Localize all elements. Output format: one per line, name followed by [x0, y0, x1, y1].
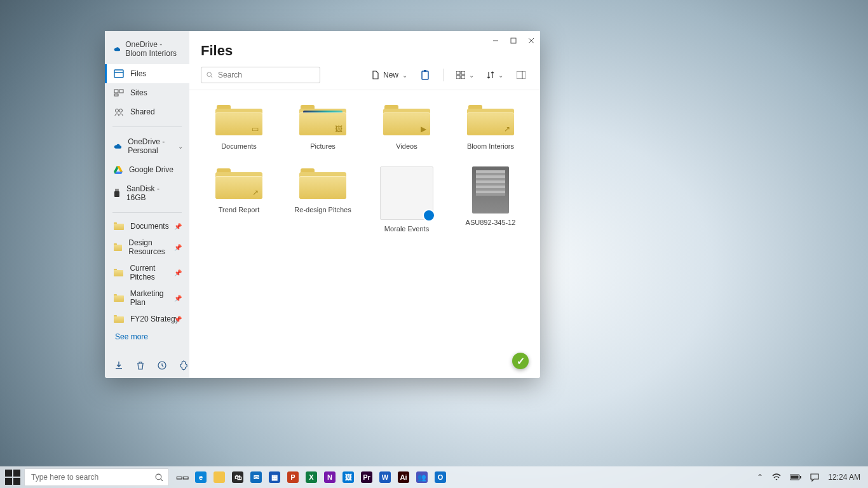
desktop: OneDrive - Bloom Interiors Files Sites S… — [0, 0, 868, 488]
pinned-folder-label: FY20 Strategy — [130, 315, 179, 323]
premiere-icon: Pr — [361, 471, 372, 483]
taskbar-app-illustrator[interactable]: Ai — [395, 469, 412, 485]
sidebar-item-files[interactable]: Files — [105, 64, 189, 83]
start-button[interactable] — [4, 468, 22, 486]
edge-icon: e — [195, 471, 207, 483]
file-tile[interactable]: ASU892-345-12 — [452, 166, 529, 233]
paste-button[interactable] — [417, 67, 433, 83]
sidebar-item-label: Shared — [130, 107, 155, 116]
close-button[interactable] — [522, 31, 540, 50]
sync-badge-icon — [423, 209, 435, 222]
details-pane-button[interactable] — [513, 67, 529, 83]
taskbar-app-powerpoint[interactable]: P — [285, 469, 301, 485]
sidebar-item-shared[interactable]: Shared — [105, 102, 189, 121]
svg-rect-23 — [461, 71, 465, 74]
mail-icon: ✉ — [250, 471, 262, 483]
taskbar-app-photos[interactable]: 🖼 — [340, 469, 356, 485]
tile-label: Trend Report — [219, 206, 259, 214]
pinned-folder-label: Documents — [130, 222, 169, 231]
taskbar-app-explorer[interactable] — [211, 469, 227, 485]
pinned-folder-documents[interactable]: Documents 📌 — [105, 218, 189, 234]
taskbar-app-calendar[interactable]: ▦ — [266, 469, 283, 485]
folder-icon: 🖼 — [299, 105, 346, 135]
account-sandisk-usb[interactable]: SanDisk - 16GB — [105, 179, 189, 207]
pin-icon: 📌 — [174, 269, 182, 276]
onenote-icon: N — [324, 471, 336, 483]
tile-label: Documents — [221, 142, 257, 150]
taskbar-app-excel[interactable]: X — [303, 469, 320, 485]
sidebar-header[interactable]: OneDrive - Bloom Interiors — [105, 31, 189, 64]
search-icon[interactable] — [155, 473, 163, 482]
pinned-folder-fy20-strategy[interactable]: FY20 Strategy 📌 — [105, 311, 189, 327]
svg-line-29 — [161, 478, 163, 480]
svg-rect-22 — [456, 71, 460, 74]
maximize-button[interactable] — [505, 31, 522, 50]
see-more-link[interactable]: See more — [105, 327, 189, 346]
taskbar-search-input[interactable] — [30, 472, 151, 482]
store-icon: 🛍 — [232, 471, 243, 483]
history-icon[interactable] — [157, 360, 167, 370]
pinned-folder-current-pitches[interactable]: Current Pitches 📌 — [105, 260, 189, 285]
explorer-icon — [214, 471, 225, 483]
sidebar-item-label: Sites — [130, 88, 147, 97]
folder-icon: ▶ — [383, 105, 430, 135]
sidebar-nav: Files Sites Shared — [105, 64, 189, 121]
sort-icon — [487, 71, 494, 79]
sync-status-fab[interactable]: ✓ — [512, 353, 529, 369]
chevron-down-icon: ⌄ — [469, 72, 474, 79]
folder-icon — [299, 168, 346, 199]
svg-rect-7 — [119, 90, 123, 93]
account-label: Google Drive — [129, 165, 173, 174]
battery-icon[interactable] — [790, 474, 801, 480]
word-icon: W — [379, 471, 391, 483]
view-button[interactable]: ⌄ — [454, 69, 477, 81]
pinned-folder-design-resources[interactable]: Design Resources 📌 — [105, 234, 189, 260]
folder-tile[interactable]: ▭ Documents — [201, 103, 277, 150]
taskbar-app-onenote[interactable]: N — [322, 469, 338, 485]
folder-icon — [114, 294, 124, 302]
folder-icon: ↗ — [467, 105, 514, 135]
sidebar-item-sites[interactable]: Sites — [105, 83, 189, 102]
taskbar-app-edge[interactable]: e — [193, 469, 209, 485]
search-field[interactable] — [217, 70, 315, 80]
tile-label: Morale Events — [384, 225, 429, 233]
taskbar-app-outlook[interactable]: O — [432, 469, 449, 485]
search-input[interactable] — [201, 67, 320, 83]
folder-tile[interactable]: Re-design Pitches — [285, 166, 361, 233]
sites-icon — [114, 88, 124, 97]
sort-button[interactable]: ⌄ — [484, 68, 506, 82]
excel-icon: X — [306, 471, 317, 483]
new-button[interactable]: New ⌄ — [369, 68, 410, 82]
system-tray: ⌃ 12:24 AM — [757, 473, 864, 482]
taskbar-app-task-view[interactable]: ▭▭ — [174, 469, 191, 485]
folder-tile[interactable]: ↗ Bloom Interiors — [452, 103, 529, 150]
minimize-button[interactable] — [487, 31, 505, 50]
search-icon — [207, 71, 213, 79]
folder-tile[interactable]: ▶ Videos — [369, 103, 445, 150]
sidebar-footer — [105, 353, 189, 378]
taskbar-app-teams[interactable]: 👥 — [414, 469, 430, 485]
download-icon[interactable] — [114, 360, 124, 370]
pinned-folder-marketing-plan[interactable]: Marketing Plan 📌 — [105, 285, 189, 311]
taskbar-app-word[interactable]: W — [377, 469, 393, 485]
folder-tile[interactable]: 🖼 Pictures — [285, 103, 361, 150]
taskbar-search[interactable] — [24, 468, 169, 486]
taskbar-app-store[interactable]: 🛍 — [229, 469, 246, 485]
recycle-bin-icon[interactable] — [135, 360, 146, 370]
folder-tile[interactable]: ↗ Trend Report — [201, 166, 277, 233]
svg-point-10 — [119, 109, 123, 112]
action-center-icon[interactable] — [810, 473, 819, 482]
file-tile[interactable]: Morale Events — [369, 166, 445, 233]
account-google-drive[interactable]: Google Drive — [105, 160, 189, 179]
details-icon — [517, 71, 526, 79]
tray-chevron-icon[interactable]: ⌃ — [757, 473, 763, 482]
chevron-down-icon: ⌄ — [402, 72, 407, 79]
account-onedrive-personal[interactable]: OneDrive - Personal ⌄ — [105, 132, 189, 160]
clock[interactable]: 12:24 AM — [828, 473, 860, 482]
taskbar-app-premiere[interactable]: Pr — [358, 469, 375, 485]
folder-icon — [114, 269, 123, 276]
network-icon[interactable] — [772, 473, 781, 481]
settings-icon[interactable] — [179, 360, 189, 370]
pin-icon: 📌 — [174, 223, 182, 230]
taskbar-app-mail[interactable]: ✉ — [248, 469, 264, 485]
